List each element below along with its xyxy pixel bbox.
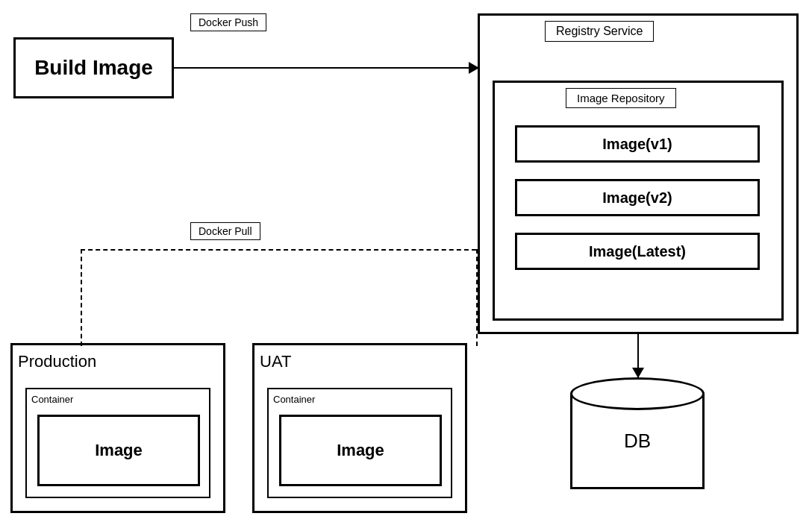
- registry-to-db-arrow: [637, 334, 639, 377]
- db-top-ellipse: [570, 377, 705, 410]
- registry-service-label: Registry Service: [545, 21, 654, 42]
- image-v1-box: Image(v1): [515, 125, 760, 163]
- production-image-box: Image: [37, 415, 200, 486]
- image-v2-label: Image(v2): [602, 189, 672, 207]
- production-label: Production: [18, 352, 96, 371]
- docker-pull-arrow-right-vertical: [476, 249, 478, 346]
- production-container-label: Container: [31, 394, 73, 405]
- build-image-box: Build Image: [13, 37, 174, 98]
- image-latest-label: Image(Latest): [589, 243, 686, 260]
- docker-push-label: Docker Push: [190, 13, 266, 31]
- image-latest-box: Image(Latest): [515, 233, 760, 270]
- production-image-label: Image: [95, 441, 143, 460]
- image-v2-box: Image(v2): [515, 179, 760, 216]
- db-cylinder: DB: [570, 377, 705, 504]
- docker-pull-arrow-left-vertical: [81, 249, 82, 346]
- uat-label: UAT: [260, 352, 291, 371]
- image-repository-label: Image Repository: [566, 88, 676, 108]
- db-label: DB: [570, 430, 705, 453]
- docker-push-arrow: [174, 67, 478, 69]
- uat-image-label: Image: [337, 441, 384, 460]
- uat-container-label: Container: [273, 394, 315, 405]
- image-v1-label: Image(v1): [602, 136, 672, 153]
- build-image-label: Build Image: [34, 56, 153, 80]
- diagram-container: Build Image Docker Push Registry Service…: [0, 0, 812, 528]
- docker-pull-label: Docker Pull: [190, 222, 260, 240]
- uat-image-box: Image: [279, 415, 442, 486]
- docker-pull-arrow-horizontal: [81, 249, 476, 251]
